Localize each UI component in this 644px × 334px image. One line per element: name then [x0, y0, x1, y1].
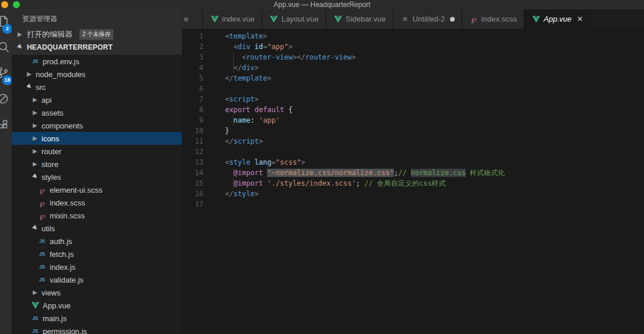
search-activity-button[interactable]: [0, 35, 12, 61]
sidebar-title: 资源管理器: [12, 9, 182, 28]
js-icon: JS: [30, 58, 40, 64]
line-number: 3: [182, 52, 209, 62]
activity-bar: 218: [0, 9, 12, 334]
tree-item-label: icons: [41, 134, 59, 143]
tree-item-element-ui.scss[interactable]: ℘element-ui.scss: [12, 183, 182, 196]
vue-icon: [30, 302, 40, 309]
tree-item-permission.js[interactable]: JSpermission.js: [12, 325, 182, 334]
extensions-activity-button[interactable]: [0, 112, 12, 138]
chevron-right-icon: ▶: [33, 110, 39, 116]
scss-icon: ℘: [37, 186, 47, 194]
tree-item-components[interactable]: ▶components: [12, 119, 182, 132]
tree-item-icons[interactable]: ▶icons: [12, 132, 182, 145]
code-editor[interactable]: 1234567891011121314151617 <template> <di…: [182, 29, 644, 334]
minimize-button[interactable]: [1, 1, 8, 8]
chevron-right-icon: ▶: [33, 135, 39, 141]
tree-item-label: node_modules: [36, 70, 85, 79]
vue-icon: [333, 16, 342, 23]
tree-item-label: src: [36, 83, 46, 92]
title-bar: App.vue — HeadquarterReport: [0, 0, 644, 9]
tab-label: App.vue: [543, 15, 572, 23]
tree-item-fetch.js[interactable]: JSfetch.js: [12, 248, 182, 260]
tab-App.vue[interactable]: App.vue✕: [524, 9, 591, 29]
tree-item-prod.env.js[interactable]: JSprod.env.js: [12, 55, 182, 68]
scss-icon: ℘: [469, 15, 479, 23]
project-root-item[interactable]: ▶ HEADQUARTERREPORT: [12, 41, 182, 54]
tree-item-label: api: [41, 96, 51, 105]
vue-icon: [269, 16, 279, 23]
chevron-right-icon: ▶: [18, 32, 23, 37]
chevron-expanded-icon: ▶: [32, 173, 40, 181]
tab-label: index.vue: [222, 15, 255, 23]
tree-item-mixin.scss[interactable]: ℘mixin.scss: [12, 209, 182, 222]
source-control-activity-button[interactable]: 18: [0, 61, 12, 86]
debug-activity-button[interactable]: [0, 86, 12, 112]
tree-item-auth.js[interactable]: JSauth.js: [12, 235, 182, 248]
close-icon[interactable]: ✕: [577, 15, 583, 23]
explorer-sidebar: 资源管理器 ▶ 打开的编辑器 2 个未保存 ▶ HEADQUARTERREPOR…: [12, 9, 182, 334]
tree-item-index.js[interactable]: JSindex.js: [12, 260, 182, 273]
line-number: 16: [182, 189, 209, 199]
tree-item-views[interactable]: ▶views: [12, 286, 182, 299]
code-line: <router-view></router-view>: [225, 52, 505, 62]
tab-index.scss[interactable]: ℘index.scss: [462, 9, 525, 29]
tree-item-validate.js[interactable]: JSvalidate.js: [12, 273, 182, 286]
file-tree: JSprod.env.js▶node_modules▶src▶api▶asset…: [12, 55, 182, 334]
line-number: 2: [182, 41, 209, 52]
vue-icon: [531, 16, 541, 23]
code-line: <style lang="scss">: [225, 157, 505, 168]
code-line: </div>: [225, 62, 505, 73]
code-line: <div id="app">: [225, 41, 505, 52]
tree-item-main.js[interactable]: JSmain.js: [12, 312, 182, 325]
tree-item-label: assets: [41, 109, 64, 117]
source-control-badge: 18: [2, 75, 12, 85]
tab-label: Layout.vue: [282, 15, 319, 23]
js-icon: JS: [37, 277, 47, 283]
tree-item-label: auth.js: [50, 237, 72, 246]
tree-item-assets[interactable]: ▶assets: [12, 106, 182, 119]
tree-item-App.vue[interactable]: App.vue: [12, 299, 182, 312]
code-line: <template>: [225, 31, 505, 41]
chevron-right-icon: ▶: [33, 97, 39, 103]
tab-label: Sidebar.vue: [345, 15, 386, 23]
tree-item-label: index.js: [50, 263, 75, 272]
chevron-right-icon: ▶: [27, 71, 33, 77]
tree-item-index.scss[interactable]: ℘index.scss: [12, 196, 182, 209]
code-line: </template>: [225, 73, 505, 84]
code-line: @import '~normalize.css/normalize.css';/…: [225, 168, 505, 178]
window-title: App.vue — HeadquarterReport: [273, 1, 370, 9]
explorer-activity-button[interactable]: 2: [0, 9, 12, 35]
line-number-gutter: 1234567891011121314151617: [182, 29, 209, 334]
line-number: 11: [182, 136, 209, 147]
tree-item-router[interactable]: ▶router: [12, 145, 182, 158]
indent-guide: [233, 52, 234, 62]
line-number: 9: [182, 115, 209, 126]
chevron-right-icon: ▶: [33, 148, 39, 154]
tab-label: e: [184, 15, 188, 23]
code-line: @import './styles/index.scss'; // 全局自定义的…: [225, 178, 505, 189]
tab-e[interactable]: e: [182, 9, 203, 29]
tree-item-styles[interactable]: ▶styles: [12, 171, 182, 183]
tab-index.vue[interactable]: index.vue: [203, 9, 262, 29]
tree-item-label: index.scss: [50, 199, 85, 207]
tree-item-node_modules[interactable]: ▶node_modules: [12, 68, 182, 81]
tab-Untitled-2[interactable]: ≡Untitled-2: [393, 9, 462, 29]
zoom-button[interactable]: [13, 1, 20, 8]
text-file-icon: ≡: [400, 15, 410, 23]
open-editors-section[interactable]: ▶ 打开的编辑器 2 个未保存: [12, 28, 182, 41]
tree-item-api[interactable]: ▶api: [12, 93, 182, 106]
tree-item-utils[interactable]: ▶utils: [12, 222, 182, 235]
line-number: 15: [182, 178, 209, 189]
code-line: }: [225, 126, 505, 136]
tree-item-label: mixin.scss: [50, 211, 85, 220]
tree-item-label: components: [41, 121, 83, 130]
tab-Layout.vue[interactable]: Layout.vue: [262, 9, 327, 29]
chevron-expanded-icon: ▶: [16, 43, 25, 51]
code-line: <script>: [225, 94, 505, 105]
tree-item-src[interactable]: ▶src: [12, 81, 182, 93]
tree-item-label: element-ui.scss: [50, 186, 102, 194]
tree-item-store[interactable]: ▶store: [12, 158, 182, 171]
tab-Sidebar.vue[interactable]: Sidebar.vue: [326, 9, 393, 29]
explorer-badge: 2: [2, 24, 12, 34]
sidebar-header: 资源管理器 ▶ 打开的编辑器 2 个未保存 ▶ HEADQUARTERREPOR…: [12, 9, 182, 55]
